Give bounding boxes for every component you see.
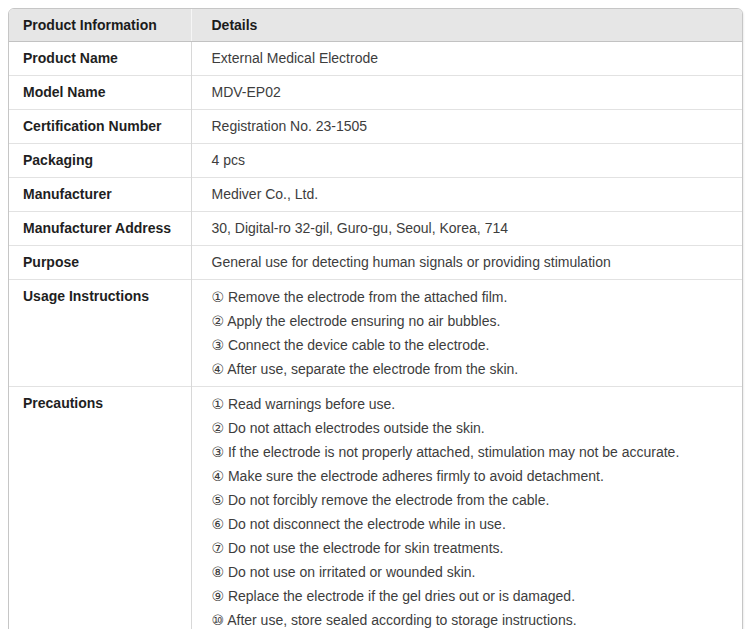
row-value: ① Read warnings before use.② Do not atta… bbox=[191, 387, 742, 629]
row-label: Certification Number bbox=[9, 110, 191, 144]
table-header-row: Product Information Details bbox=[9, 9, 742, 42]
row-value: Registration No. 23-1505 bbox=[191, 110, 742, 144]
row-value: 30, Digital-ro 32-gil, Guro-gu, Seoul, K… bbox=[191, 212, 742, 246]
instruction-line: ⑩ After use, store sealed according to s… bbox=[212, 608, 731, 629]
row-label: Precautions bbox=[9, 387, 191, 629]
instruction-line: ② Apply the electrode ensuring no air bu… bbox=[212, 309, 731, 333]
table-row: Precautions① Read warnings before use.② … bbox=[9, 387, 742, 629]
row-label: Usage Instructions bbox=[9, 280, 191, 387]
row-label: Model Name bbox=[9, 76, 191, 110]
instruction-line: ③ Connect the device cable to the electr… bbox=[212, 333, 731, 357]
instruction-line: ① Remove the electrode from the attached… bbox=[212, 285, 731, 309]
row-value: External Medical Electrode bbox=[191, 42, 742, 76]
table-row: Model NameMDV-EP02 bbox=[9, 76, 742, 110]
instruction-line: ⑥ Do not disconnect the electrode while … bbox=[212, 512, 731, 536]
instruction-line: ② Do not attach electrodes outside the s… bbox=[212, 416, 731, 440]
row-value: ① Remove the electrode from the attached… bbox=[191, 280, 742, 387]
row-value: 4 pcs bbox=[191, 144, 742, 178]
row-label: Manufacturer bbox=[9, 178, 191, 212]
table-row: Packaging4 pcs bbox=[9, 144, 742, 178]
row-value: General use for detecting human signals … bbox=[191, 246, 742, 280]
table-row: Certification NumberRegistration No. 23-… bbox=[9, 110, 742, 144]
instruction-line: ④ Make sure the electrode adheres firmly… bbox=[212, 464, 731, 488]
instruction-line: ③ If the electrode is not properly attac… bbox=[212, 440, 731, 464]
header-product-information: Product Information bbox=[9, 9, 191, 42]
row-label: Manufacturer Address bbox=[9, 212, 191, 246]
row-label: Product Name bbox=[9, 42, 191, 76]
table-row: Manufacturer Address30, Digital-ro 32-gi… bbox=[9, 212, 742, 246]
instruction-line: ① Read warnings before use. bbox=[212, 392, 731, 416]
instruction-line: ⑤ Do not forcibly remove the electrode f… bbox=[212, 488, 731, 512]
page: Product Information Details Product Name… bbox=[0, 0, 751, 629]
table-row: ManufacturerMediver Co., Ltd. bbox=[9, 178, 742, 212]
product-info-table: Product Information Details Product Name… bbox=[9, 9, 742, 629]
row-label: Purpose bbox=[9, 246, 191, 280]
instruction-line: ⑧ Do not use on irritated or wounded ski… bbox=[212, 560, 731, 584]
header-details: Details bbox=[191, 9, 742, 42]
table-body: Product NameExternal Medical ElectrodeMo… bbox=[9, 42, 742, 629]
row-value: Mediver Co., Ltd. bbox=[191, 178, 742, 212]
table-row: Usage Instructions① Remove the electrode… bbox=[9, 280, 742, 387]
instruction-line: ⑦ Do not use the electrode for skin trea… bbox=[212, 536, 731, 560]
row-value: MDV-EP02 bbox=[191, 76, 742, 110]
row-label: Packaging bbox=[9, 144, 191, 178]
instruction-line: ④ After use, separate the electrode from… bbox=[212, 357, 731, 381]
product-info-table-container: Product Information Details Product Name… bbox=[8, 8, 743, 629]
table-row: Product NameExternal Medical Electrode bbox=[9, 42, 742, 76]
instruction-line: ⑨ Replace the electrode if the gel dries… bbox=[212, 584, 731, 608]
table-row: PurposeGeneral use for detecting human s… bbox=[9, 246, 742, 280]
